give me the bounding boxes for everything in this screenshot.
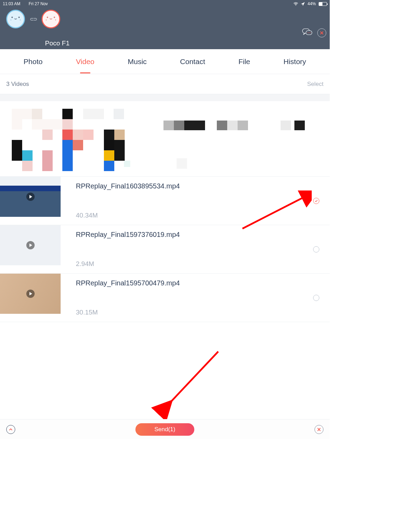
svg-point-4 (309, 32, 310, 33)
cancel-button[interactable] (314, 425, 323, 434)
location-icon (301, 2, 305, 6)
file-name: RPReplay_Final1597376019.mp4 (76, 231, 309, 239)
section-gap (0, 94, 330, 101)
send-button[interactable]: Send(1) (135, 423, 194, 436)
tab-contact[interactable]: Contact (180, 57, 205, 66)
remote-device-name: Poco F1 (45, 39, 70, 47)
svg-point-3 (308, 32, 308, 33)
redacted-preview (0, 101, 330, 177)
status-time: 11:03 AM (3, 1, 20, 6)
tab-history[interactable]: History (284, 57, 306, 66)
video-thumbnail (0, 274, 61, 314)
file-size: 30.15M (76, 309, 309, 316)
select-radio[interactable] (313, 295, 319, 301)
select-radio[interactable] (313, 246, 319, 252)
status-date: Fri 27 Nov (29, 1, 48, 6)
battery-percent: 44% (308, 1, 316, 6)
link-icon: ⊂⊃ (30, 16, 37, 22)
svg-line-7 (161, 352, 218, 412)
battery-icon (319, 2, 327, 6)
play-icon (26, 241, 35, 249)
file-size: 2.94M (76, 260, 309, 268)
video-thumbnail (0, 225, 61, 265)
remote-device-avatar[interactable] (42, 10, 60, 28)
local-device-avatar[interactable] (6, 10, 25, 28)
file-name: RPReplay_Final1603895534.mp4 (76, 182, 309, 190)
expand-up-button[interactable] (6, 425, 15, 434)
video-list: RPReplay_Final1603895534.mp4 40.34M RPRe… (0, 177, 330, 322)
status-bar: 11:03 AM Fri 27 Nov 44% (0, 0, 330, 8)
tab-file[interactable]: File (238, 57, 250, 66)
tab-music[interactable]: Music (128, 57, 147, 66)
count-bar: 3 Videos Select (0, 74, 330, 94)
footer-bar: Send(1) (0, 419, 330, 439)
category-tabs: Photo Video Music Contact File History (0, 49, 330, 74)
tab-video[interactable]: Video (76, 57, 94, 66)
list-item[interactable]: RPReplay_Final1595700479.mp4 30.15M (0, 274, 330, 322)
list-item[interactable]: RPReplay_Final1603895534.mp4 40.34M (0, 177, 330, 225)
wifi-icon (293, 2, 298, 6)
svg-point-0 (295, 5, 296, 5)
select-radio[interactable] (313, 198, 319, 204)
play-icon (26, 193, 35, 201)
play-icon (26, 290, 35, 298)
list-item[interactable]: RPReplay_Final1597376019.mp4 2.94M (0, 225, 330, 274)
annotation-arrow (149, 346, 225, 423)
svg-point-5 (310, 32, 311, 33)
file-size: 40.34M (76, 212, 309, 219)
video-thumbnail (0, 177, 61, 217)
disconnect-button[interactable] (317, 28, 326, 37)
connection-header: ⊂⊃ Poco F1 (0, 8, 330, 49)
tab-photo[interactable]: Photo (24, 57, 43, 66)
select-toggle[interactable]: Select (307, 81, 323, 88)
item-count: 3 Videos (6, 81, 29, 88)
file-name: RPReplay_Final1595700479.mp4 (76, 279, 309, 287)
chat-icon[interactable] (302, 28, 312, 37)
